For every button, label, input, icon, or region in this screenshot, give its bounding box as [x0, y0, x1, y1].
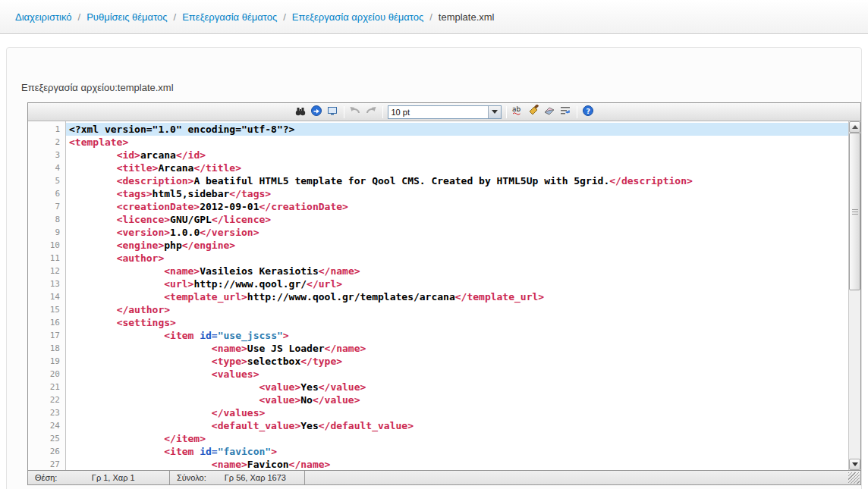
scroll-down-button[interactable] [849, 459, 860, 470]
breadcrumb-separator: / [283, 11, 286, 23]
breadcrumb-separator: / [78, 11, 81, 23]
scrollbar-thumb[interactable] [849, 133, 860, 290]
toolbar-separator [344, 106, 344, 118]
breadcrumb: Διαχειριστικό/Ρυθμίσεις θέματος/Επεξεργα… [15, 11, 495, 23]
editor-statusbar: Θέση: Γρ 1, Χαρ 1 Σύνολο: Γρ 56, Χαρ 167… [28, 470, 860, 484]
go-to-line-button[interactable] [309, 105, 325, 120]
breadcrumb-link[interactable]: Επεξεργασία θέματος [182, 11, 277, 23]
code-line[interactable]: <url>http://www.qool.gr/</url> [66, 277, 848, 290]
reset-highlight-icon [543, 105, 555, 120]
line-gutter: 1234567891011121314151617181920212223242… [28, 121, 66, 470]
code-editor: 10 pt ab ? 12345678910111213141516171819… [27, 102, 861, 485]
search-icon [294, 105, 307, 120]
code-line[interactable]: <?xml version="1.0" encoding="utf-8"?> [66, 123, 848, 136]
go-to-line-icon [310, 105, 322, 120]
position-label: Θέση: [28, 473, 57, 482]
line-number: 3 [28, 149, 65, 161]
line-number: 19 [28, 355, 65, 368]
code-line[interactable]: <version>1.0.0</version> [66, 226, 848, 239]
code-line[interactable]: <name>Use JS Loader</name> [66, 342, 848, 355]
line-number: 1 [28, 123, 65, 136]
code-lines[interactable]: <?xml version="1.0" encoding="utf-8"?><t… [66, 121, 848, 470]
breadcrumb-link[interactable]: Επεξεργασία αρχείου θέματος [292, 11, 423, 23]
line-number: 18 [28, 342, 65, 355]
toolbar-separator [382, 106, 383, 118]
code-line[interactable]: <licence>GNU/GPL</licence> [66, 213, 848, 226]
code-line[interactable]: <description>A beatiful HTML5 template f… [66, 174, 848, 187]
breadcrumb-link[interactable]: Ρυθμίσεις θέματος [86, 11, 167, 23]
code-line[interactable]: <name>Favicon</name> [66, 458, 848, 470]
line-number: 11 [28, 252, 65, 265]
highlight-button[interactable] [526, 105, 542, 120]
code-line[interactable]: <value>Yes</value> [66, 381, 848, 393]
code-line[interactable]: <values> [66, 368, 848, 381]
line-number: 25 [28, 432, 65, 445]
line-number: 17 [28, 329, 65, 342]
line-number: 24 [28, 419, 65, 432]
line-number: 8 [28, 213, 65, 226]
code-line[interactable]: <template_url>http://www.qool.gr/templat… [66, 290, 848, 303]
redo-button[interactable] [363, 105, 379, 120]
line-number: 16 [28, 316, 65, 329]
reset-highlight-button[interactable] [542, 105, 558, 120]
svg-text:ab: ab [512, 105, 521, 113]
code-line[interactable]: <item id="favicon"> [66, 445, 848, 458]
toolbar-separator [506, 106, 507, 118]
word-wrap-icon [559, 105, 571, 120]
total-label: Σύνολο: [170, 473, 206, 482]
code-line[interactable]: <engine>php</engine> [66, 239, 848, 252]
code-line[interactable]: <type>selectbox</type> [66, 355, 848, 368]
line-number: 7 [28, 200, 65, 213]
code-line[interactable]: </values> [66, 406, 848, 419]
line-number: 2 [28, 136, 65, 149]
toolbar-separator [577, 106, 577, 118]
code-line[interactable]: <id>arcana</id> [66, 149, 848, 161]
line-number: 12 [28, 265, 65, 277]
syntax-selection-button[interactable]: ab [510, 105, 526, 120]
code-line[interactable]: <item id="use_jscss"> [66, 329, 848, 342]
help-button[interactable]: ? [580, 105, 596, 120]
scroll-up-button[interactable] [849, 121, 860, 133]
code-line[interactable]: <tags>html5,sidebar</tags> [66, 187, 848, 200]
code-line[interactable]: <title>Arcana</title> [66, 161, 848, 174]
undo-icon [349, 105, 361, 120]
position-value: Γρ 1, Χαρ 1 [57, 473, 169, 482]
svg-text:?: ? [587, 106, 591, 114]
line-number: 4 [28, 161, 65, 174]
line-number: 13 [28, 277, 65, 290]
undo-button[interactable] [348, 105, 363, 120]
total-value: Γρ 56, Χαρ 1673 [206, 473, 304, 482]
content-panel: Επεξεργασία αρχείου:template.xml 10 pt a… [6, 47, 862, 489]
code-line[interactable]: </item> [66, 432, 848, 445]
line-number: 26 [28, 445, 65, 458]
editor-toolbar: 10 pt ab ? [28, 103, 860, 121]
document-total-cell: Σύνολο: Γρ 56, Χαρ 1673 [170, 471, 305, 484]
code-line[interactable]: </author> [66, 303, 848, 316]
thumb-grip-icon [852, 209, 858, 215]
line-number: 9 [28, 226, 65, 239]
code-line[interactable]: <settings> [66, 316, 848, 329]
font-size-value: 10 pt [388, 108, 488, 117]
redo-icon [365, 105, 377, 120]
breadcrumb-link[interactable]: Διαχειριστικό [15, 11, 72, 23]
line-number: 21 [28, 381, 65, 393]
line-number: 14 [28, 290, 65, 303]
breadcrumb-bar: Διαχειριστικό/Ρυθμίσεις θέματος/Επεξεργα… [0, 0, 868, 34]
breadcrumb-separator: / [174, 11, 177, 23]
arrow-down-icon [852, 462, 858, 466]
code-line[interactable]: <value>No</value> [66, 393, 848, 406]
font-size-select[interactable]: 10 pt [388, 105, 502, 119]
line-number: 5 [28, 174, 65, 187]
cursor-position-cell: Θέση: Γρ 1, Χαρ 1 [28, 471, 170, 484]
code-line[interactable]: <creationDate>2012-09-01</creationDate> [66, 200, 848, 213]
resize-grip[interactable] [848, 472, 860, 484]
fullscreen-button[interactable] [325, 105, 341, 120]
search-button[interactable] [293, 105, 309, 120]
code-line[interactable]: <default_value>Yes</default_value> [66, 419, 848, 432]
word-wrap-button[interactable] [558, 105, 574, 120]
code-line[interactable]: <name>Vasileios Kerasiotis</name> [66, 265, 848, 277]
vertical-scrollbar[interactable] [848, 121, 860, 470]
breadcrumb-separator: / [429, 11, 432, 23]
code-line[interactable]: <author> [66, 252, 848, 265]
code-line[interactable]: <template> [66, 136, 848, 149]
